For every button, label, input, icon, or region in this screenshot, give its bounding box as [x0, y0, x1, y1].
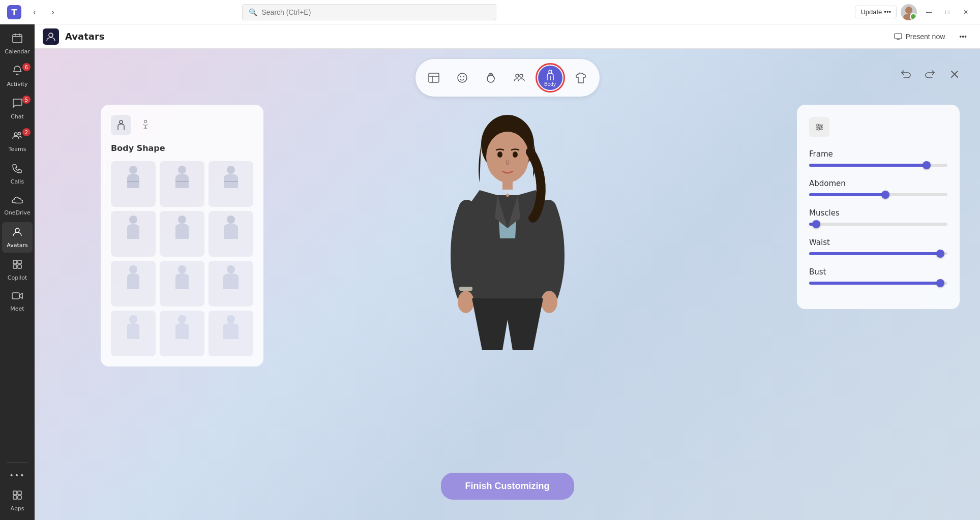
- waist-slider-label: Waist: [809, 238, 947, 247]
- app-header-right: Present now •••: [889, 29, 972, 44]
- panel-tabs: [111, 115, 253, 135]
- sidebar-item-copilot[interactable]: Copilot: [2, 255, 33, 285]
- panel-tab-shape[interactable]: [111, 115, 131, 135]
- body-shape-item-4[interactable]: [111, 211, 156, 257]
- activity-icon: [12, 65, 23, 79]
- abdomen-slider-thumb[interactable]: [881, 191, 889, 199]
- sidebar-item-avatars[interactable]: Avatars: [2, 222, 33, 253]
- svg-point-20: [49, 33, 53, 37]
- app-header: Avatars Present now •••: [35, 24, 980, 49]
- body-shape-item-3[interactable]: [209, 161, 253, 207]
- abdomen-slider-track[interactable]: [809, 193, 947, 196]
- avatar-toolbar-right: [896, 64, 965, 84]
- muscles-slider-thumb[interactable]: [812, 220, 820, 228]
- title-bar-right: Update ••• — □ ✕: [855, 4, 974, 20]
- svg-rect-18: [13, 496, 17, 499]
- sidebar-item-activity[interactable]: 6 Activity: [2, 61, 33, 91]
- back-button[interactable]: ‹: [26, 4, 43, 20]
- frame-slider-thumb[interactable]: [923, 161, 931, 169]
- sidebar: Calendar 6 Activity 5 Chat 2 Teams: [0, 24, 35, 520]
- search-input[interactable]: [261, 8, 490, 16]
- toolbar-body-wrapper: Body: [536, 63, 565, 93]
- muscles-slider-label: Muscles: [809, 208, 947, 218]
- body-shape-item-12[interactable]: [209, 311, 253, 356]
- sidebar-item-label-chat: Chat: [11, 113, 24, 120]
- window-controls: — □ ✕: [921, 4, 974, 20]
- finish-customizing-button[interactable]: Finish Customizing: [441, 473, 574, 500]
- sidebar-item-label-meet: Meet: [10, 305, 24, 312]
- bust-slider-track[interactable]: [809, 282, 947, 285]
- svg-point-3: [903, 14, 914, 20]
- svg-point-47: [178, 315, 186, 323]
- body-shape-item-6[interactable]: [209, 211, 253, 257]
- toolbar-template-button[interactable]: [422, 66, 446, 90]
- undo-button[interactable]: [896, 64, 916, 84]
- update-button[interactable]: Update •••: [855, 6, 897, 18]
- sidebar-item-apps[interactable]: Apps: [2, 485, 33, 516]
- waist-slider-track[interactable]: [809, 252, 947, 255]
- body-shape-item-2[interactable]: [160, 161, 204, 207]
- svg-point-31: [549, 70, 552, 73]
- svg-point-30: [520, 74, 523, 77]
- sidebar-item-chat[interactable]: 5 Chat: [2, 94, 33, 124]
- svg-point-36: [144, 120, 147, 123]
- svg-rect-13: [13, 265, 17, 268]
- content-area: Avatars Present now •••: [35, 24, 980, 520]
- svg-point-27: [463, 76, 464, 77]
- svg-point-40: [129, 216, 137, 224]
- close-button[interactable]: ✕: [958, 4, 974, 20]
- meet-icon: [12, 291, 23, 303]
- svg-point-2: [905, 7, 912, 14]
- body-shape-item-9[interactable]: [209, 261, 253, 307]
- maximize-button[interactable]: □: [939, 4, 956, 20]
- svg-point-43: [129, 265, 137, 273]
- sidebar-item-calls[interactable]: Calls: [2, 159, 33, 189]
- toolbar-hair-button[interactable]: [479, 66, 503, 90]
- redo-button[interactable]: [920, 64, 940, 84]
- sidebar-item-teams[interactable]: 2 Teams: [2, 126, 33, 157]
- body-shape-item-10[interactable]: [111, 311, 156, 356]
- abdomen-slider-fill: [809, 193, 885, 196]
- bust-slider-thumb[interactable]: [936, 279, 944, 287]
- chat-badge: 5: [22, 96, 31, 104]
- close-editor-button[interactable]: [944, 64, 965, 84]
- frame-slider-track[interactable]: [809, 164, 947, 167]
- svg-point-55: [541, 291, 557, 313]
- body-shape-item-8[interactable]: [160, 261, 204, 307]
- sidebar-item-more[interactable]: •••: [2, 467, 33, 483]
- more-options-button[interactable]: •••: [954, 29, 972, 44]
- sidebar-item-label-copilot: Copilot: [8, 274, 27, 281]
- body-shape-item-11[interactable]: [160, 311, 204, 356]
- body-shape-item-5[interactable]: [160, 211, 204, 257]
- search-bar: 🔍: [242, 4, 496, 20]
- svg-point-25: [458, 73, 467, 82]
- toolbar-face-button[interactable]: [450, 66, 474, 90]
- sidebar-item-onedrive[interactable]: OneDrive: [2, 191, 33, 220]
- sidebar-item-meet[interactable]: Meet: [2, 287, 33, 316]
- frame-slider-section: Frame: [809, 149, 947, 167]
- body-shape-item-1[interactable]: [111, 161, 156, 207]
- body-shape-title: Body Shape: [111, 143, 253, 153]
- abdomen-slider-label: Abdomen: [809, 179, 947, 188]
- waist-slider-fill: [809, 252, 940, 255]
- nav-controls: ‹ ›: [26, 4, 61, 20]
- muscles-slider-track[interactable]: [809, 223, 947, 226]
- body-shape-item-7[interactable]: [111, 261, 156, 307]
- update-dots: •••: [884, 8, 891, 16]
- toolbar-outfit-button[interactable]: [569, 66, 593, 90]
- svg-rect-17: [18, 491, 21, 495]
- toolbar-body-button[interactable]: Body: [538, 66, 562, 90]
- panel-filter-button[interactable]: [809, 117, 829, 137]
- sidebar-item-calendar[interactable]: Calendar: [2, 28, 33, 59]
- toolbar-group-button[interactable]: [507, 66, 531, 90]
- svg-point-52: [513, 151, 518, 158]
- svg-point-57: [506, 194, 509, 197]
- present-now-button[interactable]: Present now: [889, 29, 950, 44]
- forward-button[interactable]: ›: [45, 4, 61, 20]
- app-header-icon: [43, 28, 59, 45]
- panel-tab-pose[interactable]: [135, 115, 156, 135]
- svg-rect-15: [12, 293, 19, 299]
- waist-slider-thumb[interactable]: [936, 250, 944, 258]
- user-avatar: [901, 4, 917, 20]
- minimize-button[interactable]: —: [921, 4, 937, 20]
